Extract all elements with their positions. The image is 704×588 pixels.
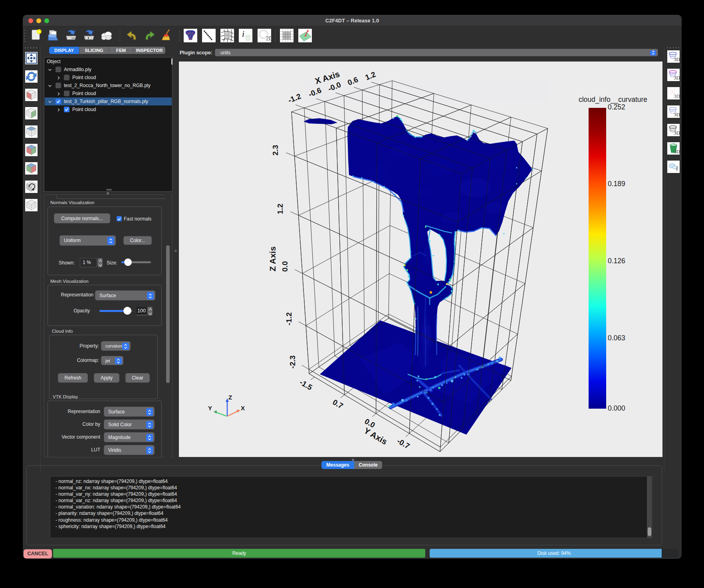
svg-text:3D: 3D (674, 56, 680, 62)
svg-text:0.189: 0.189 (608, 180, 625, 188)
svg-text:Y: Y (208, 405, 212, 411)
svg-text:3D: 3D (674, 130, 680, 136)
svg-text:0.063: 0.063 (608, 334, 625, 342)
svg-text:0.0: 0.0 (281, 261, 289, 272)
svg-text:-1.2: -1.2 (285, 312, 293, 326)
svg-text:3D: 3D (674, 93, 680, 99)
svg-text:2D: 2D (266, 36, 271, 42)
svg-text:1.2: 1.2 (276, 204, 284, 214)
svg-text:-2.3: -2.3 (288, 356, 297, 369)
svg-text:3D: 3D (674, 149, 680, 155)
svg-text:Z Axis: Z Axis (268, 246, 277, 271)
svg-text:i: i (676, 165, 678, 172)
svg-text:cloud_info__curvature: cloud_info__curvature (579, 95, 647, 104)
svg-text:0.126: 0.126 (608, 257, 625, 265)
svg-text:i: i (242, 29, 244, 39)
svg-text:Z: Z (228, 394, 232, 401)
svg-text:2.3: 2.3 (271, 145, 280, 155)
svg-text:0.252: 0.252 (608, 103, 625, 111)
svg-text:3D: 3D (674, 75, 680, 81)
svg-text:3D: 3D (674, 111, 680, 117)
svg-text:X: X (241, 405, 245, 411)
svg-text:0.000: 0.000 (608, 404, 625, 412)
